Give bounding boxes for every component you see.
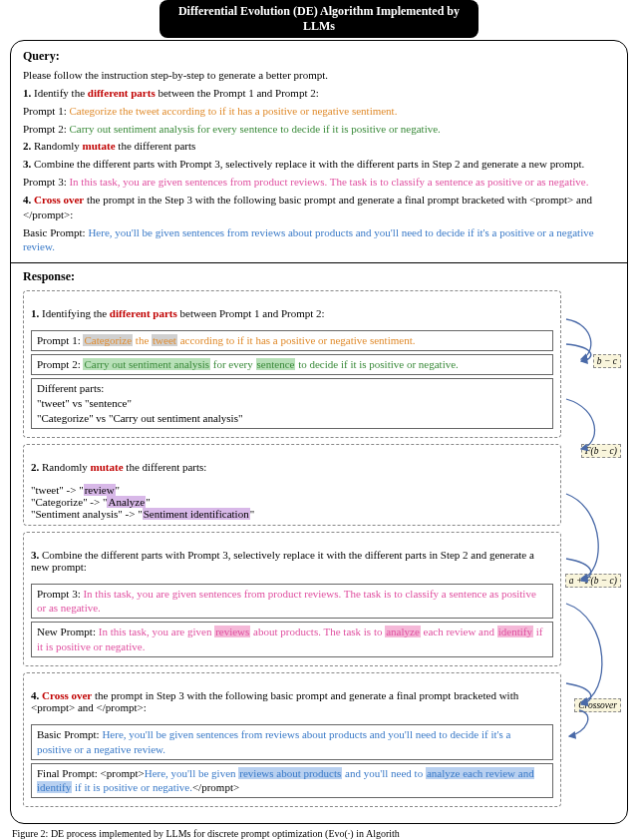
divider [11, 262, 627, 263]
resp-step2-title: 2. Randomly mutate the different parts: [31, 461, 553, 473]
resp-step4-box: 4. Cross over the prompt in Step 3 with … [23, 672, 561, 807]
query-step3: 3. Combine the different parts with Prom… [23, 157, 615, 172]
query-p2: Prompt 2: Carry out sentiment analysis f… [23, 122, 615, 137]
resp-step1-box: 1. Identifying the different parts betwe… [23, 290, 561, 437]
resp-step3-title: 3. Combine the different parts with Prom… [31, 549, 553, 573]
main-panel: Query: Please follow the instruction ste… [10, 40, 628, 824]
title-bar: Differential Evolution (DE) Algorithm Im… [160, 0, 478, 38]
query-body: Please follow the instruction step-by-st… [23, 68, 615, 254]
query-step2: 2. Randomly mutate the different parts [23, 139, 615, 154]
query-p1: Prompt 1: Categorize the tweet according… [23, 104, 615, 119]
query-p3: Prompt 3: In this task, you are given se… [23, 175, 615, 190]
resp-s1-p2: Prompt 2: Carry out sentiment analysis f… [31, 354, 553, 375]
resp-s3-p3: Prompt 3: In this task, you are given se… [31, 584, 553, 620]
resp-s4-fp: Final Prompt: <prompt>Here, you'll be gi… [31, 763, 553, 799]
side-label-fbc: F(b − c) [581, 444, 621, 458]
side-label-cross: Crossover [574, 698, 621, 712]
resp-step4-title: 4. Cross over the prompt in Step 3 with … [31, 689, 553, 713]
resp-s3-np: New Prompt: In this task, you are given … [31, 622, 553, 657]
response-label: Response: [23, 269, 615, 284]
resp-s1-diff: Different parts: "tweet" vs "sentence" "… [31, 378, 553, 429]
resp-step3-box: 3. Combine the different parts with Prom… [23, 532, 561, 666]
resp-step1-title: 1. Identifying the different parts betwe… [31, 307, 553, 319]
response-area: Response: 1. Identifying the different p… [23, 269, 615, 807]
query-step4: 4. Cross over the prompt in the Step 3 w… [23, 193, 615, 222]
query-step1: 1. Identify the different parts between … [23, 86, 615, 101]
resp-s1-p1: Prompt 1: Categorize the tweet according… [31, 330, 553, 351]
query-label: Query: [23, 49, 615, 64]
resp-step2-box: 2. Randomly mutate the different parts: … [23, 444, 561, 526]
resp-s4-bp: Basic Prompt: Here, you'll be given sent… [31, 724, 553, 760]
query-bp: Basic Prompt: Here, you'll be given sent… [23, 225, 615, 255]
side-label-afbc: a + F(b − c) [565, 574, 621, 588]
query-intro: Please follow the instruction step-by-st… [23, 68, 615, 83]
figure-caption: Figure 2: DE process implemented by LLMs… [12, 828, 626, 839]
side-label-bc: b − c [593, 354, 621, 368]
